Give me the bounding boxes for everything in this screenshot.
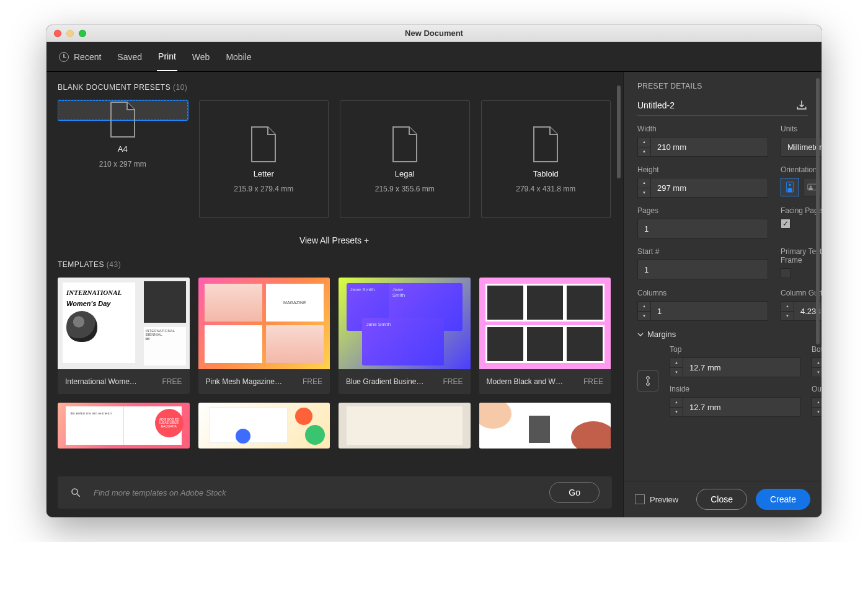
new-document-window: New Document Recent Saved Print Web Mobi…: [46, 25, 822, 517]
template-price: FREE: [162, 377, 182, 386]
preset-dims: 215.9 x 279.4 mm: [234, 185, 293, 193]
template-card[interactable]: Es enitur nis am eumeturADIS EOS ES IUSA…: [58, 403, 190, 449]
titlebar: New Document: [46, 25, 822, 42]
template-price: FREE: [303, 377, 322, 386]
margin-bottom-input[interactable]: ▲▼: [812, 357, 822, 377]
clock-icon: [59, 52, 69, 62]
margins-section-toggle[interactable]: Margins: [637, 330, 808, 339]
template-thumbnail: [339, 403, 471, 449]
panel-footer: Preview Close Create: [624, 481, 822, 517]
facing-pages-checkbox[interactable]: ✓: [781, 219, 790, 229]
save-preset-icon[interactable]: [795, 99, 808, 112]
zoom-window-button[interactable]: [79, 30, 86, 37]
template-name: International Wome…: [65, 377, 137, 386]
template-thumbnail: Es enitur nis am eumeturADIS EOS ES IUSA…: [58, 403, 190, 449]
template-card[interactable]: [198, 403, 330, 449]
height-label: Height: [637, 165, 768, 174]
margin-inside-label: Inside: [670, 385, 800, 393]
stock-search-bar: Go: [58, 476, 612, 509]
stepper-up-icon: ▲: [638, 138, 650, 147]
document-name-input[interactable]: [637, 100, 789, 110]
preset-legal[interactable]: Legal 215.9 x 355.6 mm: [340, 100, 470, 218]
panel-heading: PRESET DETAILS: [637, 82, 808, 90]
go-button[interactable]: Go: [549, 482, 600, 503]
template-name: Pink Mesh Magazine…: [206, 377, 282, 386]
height-stepper[interactable]: ▲▼: [637, 178, 651, 198]
create-button[interactable]: Create: [756, 489, 810, 510]
scrollbar-thumb[interactable]: [816, 78, 820, 344]
width-label: Width: [637, 125, 768, 133]
template-thumbnail: [198, 403, 330, 449]
window-title: New Document: [46, 28, 822, 38]
close-button[interactable]: Close: [696, 489, 747, 510]
tab-saved[interactable]: Saved: [116, 43, 143, 71]
preset-dims: 279.4 x 431.8 mm: [516, 185, 575, 193]
start-number-input[interactable]: [637, 260, 768, 279]
orientation-portrait[interactable]: [781, 178, 799, 196]
window-controls: [46, 30, 86, 37]
svg-point-4: [810, 186, 812, 188]
template-name: Modern Black and W…: [487, 377, 563, 386]
margin-outside-label: Outside: [812, 385, 822, 393]
tab-recent[interactable]: Recent: [58, 43, 102, 71]
page-icon: [531, 126, 560, 163]
scrollbar-thumb[interactable]: [617, 85, 621, 178]
preset-letter[interactable]: Letter 215.9 x 279.4 mm: [199, 100, 329, 218]
link-icon: [643, 375, 653, 387]
height-input[interactable]: ▲▼: [637, 178, 768, 198]
start-number-label: Start #: [637, 247, 768, 256]
template-card[interactable]: Jane Smith JaneSmith Jane Smith Blue Gra…: [339, 278, 471, 394]
template-price: FREE: [443, 377, 463, 386]
category-tabs: Recent Saved Print Web Mobile: [46, 42, 822, 72]
template-card[interactable]: [339, 403, 471, 449]
columns-label: Columns: [637, 289, 768, 297]
template-card[interactable]: Modern Black and W…FREE: [479, 278, 611, 394]
preview-checkbox[interactable]: [635, 494, 645, 504]
template-thumbnail: [479, 278, 611, 369]
template-card[interactable]: INTERNATIONALWomen's Day INTERNATIONALBI…: [58, 278, 190, 394]
tab-print[interactable]: Print: [157, 43, 177, 71]
preview-toggle[interactable]: Preview: [635, 494, 688, 504]
preset-grid: A4 210 x 297 mm Letter 215.9 x 279.4 mm …: [58, 100, 611, 218]
preset-a4[interactable]: A4 210 x 297 mm: [58, 100, 188, 120]
pages-label: Pages: [637, 206, 768, 215]
template-card[interactable]: [479, 403, 611, 449]
preset-name: Legal: [395, 169, 415, 178]
template-thumbnail: MAGAZINE: [198, 278, 330, 369]
preset-name: Tabloid: [533, 169, 559, 178]
template-thumbnail: INTERNATIONALWomen's Day INTERNATIONALBI…: [58, 278, 190, 369]
template-name: Blue Gradient Busine…: [346, 377, 423, 386]
tab-label: Recent: [74, 52, 101, 62]
page-icon: [108, 101, 137, 138]
preset-details-panel: PRESET DETAILS Width ▲▼ Units: [623, 72, 822, 517]
minimize-window-button[interactable]: [66, 30, 74, 37]
width-stepper[interactable]: ▲▼: [637, 137, 651, 157]
preset-dims: 215.9 x 355.6 mm: [375, 185, 435, 193]
dialog-body: BLANK DOCUMENT PRESETS (10) A4 210 x 297…: [46, 72, 822, 517]
tab-web[interactable]: Web: [191, 43, 211, 71]
svg-point-2: [789, 184, 791, 186]
main-column: BLANK DOCUMENT PRESETS (10) A4 210 x 297…: [46, 72, 623, 517]
margin-top-label: Top: [670, 345, 800, 354]
tab-mobile[interactable]: Mobile: [224, 43, 252, 71]
template-thumbnail: [479, 403, 611, 449]
margin-inside-input[interactable]: ▲▼: [670, 397, 800, 417]
view-all-presets[interactable]: View All Presets +: [58, 218, 611, 260]
preset-name: A4: [118, 144, 128, 154]
stepper-down-icon: ▼: [638, 147, 650, 157]
preset-tabloid[interactable]: Tabloid 279.4 x 431.8 mm: [481, 100, 611, 218]
columns-input[interactable]: ▲▼: [637, 301, 768, 321]
pages-input[interactable]: [637, 219, 768, 239]
page-icon: [249, 126, 278, 163]
templates-grid-row2: Es enitur nis am eumeturADIS EOS ES IUSA…: [58, 403, 611, 449]
close-window-button[interactable]: [54, 30, 61, 37]
template-thumbnail: Jane Smith JaneSmith Jane Smith: [339, 278, 471, 369]
link-margins-button[interactable]: [637, 370, 658, 392]
width-input[interactable]: ▲▼: [637, 137, 768, 157]
stock-search-input[interactable]: [94, 488, 537, 497]
margin-top-input[interactable]: ▲▼: [670, 357, 800, 377]
margin-outside-input[interactable]: ▲▼: [812, 397, 822, 417]
template-card[interactable]: MAGAZINE Pink Mesh Magazine…FREE: [198, 278, 330, 394]
primary-text-frame-checkbox[interactable]: [781, 268, 790, 278]
search-icon: [70, 487, 81, 498]
